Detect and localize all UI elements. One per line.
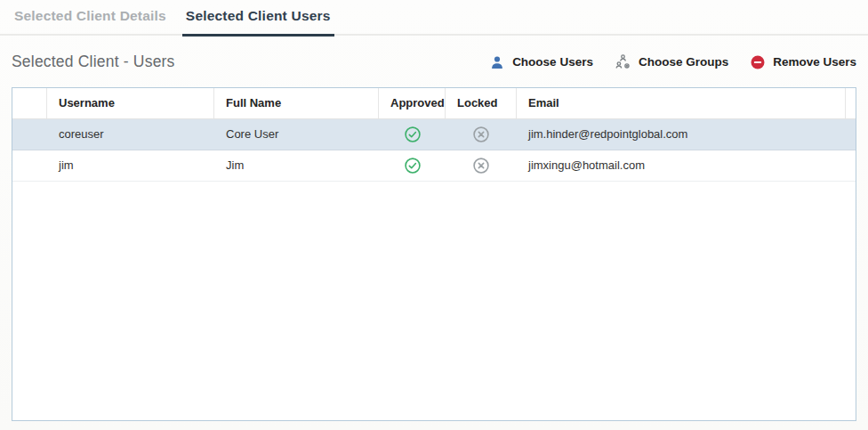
choose-users-button[interactable]: Choose Users [489,54,593,70]
approved-check-icon [379,150,446,181]
column-header-stub [846,88,856,118]
choose-groups-button[interactable]: Choose Groups [615,53,728,70]
row-stub-cell [846,119,857,150]
email-cell: jimxingu@hotmail.com [517,150,846,181]
table-body: coreuserCore Userjim.hinder@redpointglob… [12,119,856,182]
minus-circle-icon [750,54,766,70]
row-selector-cell [12,150,47,181]
locked-x-icon [446,119,517,150]
toolbar: Choose Users Choose Groups [489,53,856,70]
row-selector-cell [12,119,47,150]
choose-users-label: Choose Users [512,55,593,69]
approved-check-icon [379,119,446,150]
username-cell: coreuser [47,119,214,150]
username-cell: jim [47,150,214,181]
column-header-fullname: Full Name [214,88,379,118]
users-table: Username Full Name Approved Locked Email… [12,87,856,421]
column-header-username: Username [47,88,214,118]
tab-bar: Selected Client Details Selected Client … [0,0,868,36]
table-row[interactable]: jimJimjimxingu@hotmail.com [12,150,856,182]
locked-x-icon [446,150,517,181]
choose-groups-label: Choose Groups [639,55,728,69]
table-row[interactable]: coreuserCore Userjim.hinder@redpointglob… [12,119,856,150]
fullname-cell: Jim [214,150,379,181]
people-group-icon [615,53,631,70]
tab-selected-client-users[interactable]: Selected Client Users [182,0,334,35]
column-header-selector [12,88,47,118]
column-header-locked: Locked [446,88,517,118]
person-icon [489,54,505,70]
column-header-approved: Approved [379,88,446,118]
page-title: Selected Client - Users [12,53,175,71]
remove-users-label: Remove Users [773,55,856,69]
email-cell: jim.hinder@redpointglobal.com [517,119,846,150]
row-stub-cell [846,150,857,181]
tab-selected-client-details[interactable]: Selected Client Details [11,0,170,35]
column-header-email: Email [517,88,846,118]
section-header: Selected Client - Users Choose Users [12,37,856,86]
remove-users-button[interactable]: Remove Users [750,54,856,70]
table-header-row: Username Full Name Approved Locked Email [12,88,856,119]
page-background: Selected Client Details Selected Client … [0,0,868,430]
fullname-cell: Core User [214,119,379,150]
